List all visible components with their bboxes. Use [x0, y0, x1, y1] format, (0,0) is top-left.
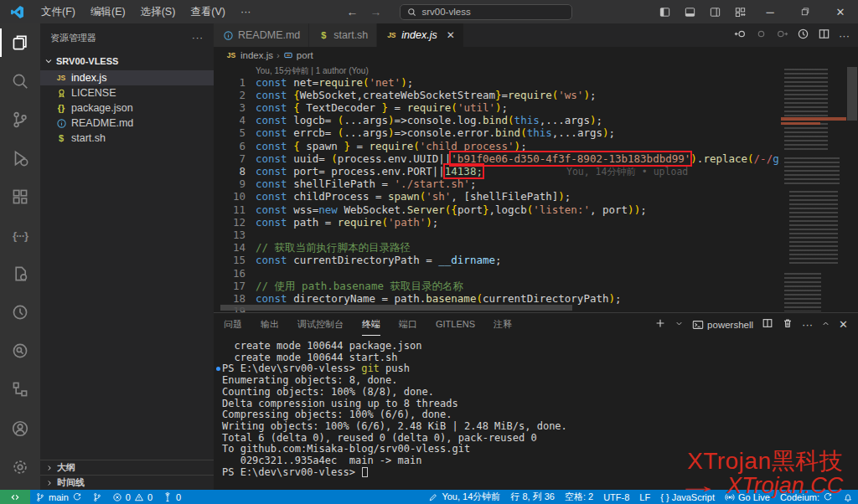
explorer-icon[interactable] [0, 23, 40, 62]
codeium[interactable]: Codeium: [775, 490, 838, 504]
nav-back-icon[interactable]: ← [346, 5, 358, 18]
rest-braces-icon[interactable]: {···} [0, 216, 40, 255]
tab-readme-md[interactable]: README.md [214, 23, 309, 47]
minimap[interactable] [781, 64, 846, 312]
file-label: README.md [71, 117, 133, 129]
settings-gear-icon[interactable] [0, 448, 40, 486]
run-debug-icon[interactable] [0, 139, 40, 177]
code-editor[interactable]: You, 15分钟前 | 1 author (You) 1const net=r… [214, 64, 858, 312]
customize-layout-icon[interactable] [727, 0, 752, 23]
menu-item[interactable]: 编辑(E) [83, 3, 133, 22]
shell-file-icon: $ [318, 30, 329, 40]
terminal-dropdown-icon[interactable] [675, 318, 684, 331]
encoding[interactable]: UTF-8 [598, 490, 634, 504]
breadcrumb-symbol[interactable]: port [297, 50, 313, 60]
prev-change-icon[interactable] [734, 28, 747, 43]
open-change-icon[interactable] [755, 28, 768, 43]
panel-tab-GITLENS[interactable]: GITLENS [436, 313, 475, 336]
file-item-package-json[interactable]: {}package.json [40, 100, 214, 116]
eol[interactable]: LF [634, 490, 655, 504]
shell-file-icon: $ [55, 133, 67, 143]
menu-item[interactable]: 查看(V) [183, 3, 233, 22]
toggle-panel-icon[interactable] [677, 0, 702, 23]
close-button[interactable]: ✕ [823, 0, 858, 23]
restore-button[interactable] [788, 0, 823, 23]
breadcrumb-file[interactable]: index.js [240, 50, 273, 60]
explorer-more-actions-icon[interactable]: ··· [192, 33, 204, 43]
command-center-search[interactable]: srv00-vless [400, 4, 572, 20]
code-line-5: 5const errcb= (...args)=>console.error.b… [214, 126, 858, 139]
blame-item[interactable]: You, 14分钟前 [423, 490, 505, 504]
powershell-icon [692, 319, 704, 331]
next-change-icon[interactable] [776, 28, 788, 43]
menu-item[interactable]: ··· [233, 3, 259, 20]
minimize-button[interactable]: ─ [752, 0, 788, 23]
gitlens-inspect-icon[interactable] [0, 332, 40, 370]
sidebar-title: 资源管理器 [50, 32, 96, 44]
code-line-2: 2const {WebSocket,createWebSocketStream}… [214, 89, 858, 101]
extensions-icon[interactable] [0, 177, 40, 216]
breadcrumb[interactable]: JS index.js › port [214, 47, 858, 64]
panel-tab-注释[interactable]: 注释 [494, 313, 512, 336]
terminal-instance[interactable]: powershell [692, 319, 753, 331]
panel-tab-端口[interactable]: 端口 [399, 313, 417, 336]
menu-item[interactable]: 选择(S) [133, 3, 183, 22]
maximize-panel-icon[interactable] [821, 318, 830, 331]
editor-more-actions-icon[interactable]: ··· [839, 29, 850, 42]
terminal-output[interactable]: create mode 100644 package.json create m… [214, 336, 858, 490]
nav-forward-icon[interactable]: → [370, 5, 381, 18]
status-bar: main000 You, 14分钟前行 8, 列 36空格: 2UTF-8LF{… [0, 490, 858, 504]
folder-section-header[interactable]: SRV00-VLESS [40, 52, 214, 70]
toggle-sidebar-icon[interactable] [652, 0, 677, 23]
file-item-index-js[interactable]: JSindex.js [40, 70, 214, 85]
panel-more-actions-icon[interactable]: ··· [802, 318, 813, 331]
toggle-secondary-sidebar-icon[interactable] [702, 0, 727, 23]
source-control-icon[interactable] [0, 100, 40, 139]
hierarchy-icon[interactable] [0, 370, 40, 409]
code-line-15: 15const currentDirectoryPath = __dirname… [214, 254, 858, 266]
kill-terminal-icon[interactable] [782, 317, 793, 332]
gitlens-icon[interactable] [0, 293, 40, 332]
close-tab-icon[interactable]: ✕ [447, 29, 455, 41]
new-terminal-icon[interactable] [654, 317, 666, 332]
file-item-license[interactable]: LICENSE [40, 85, 214, 100]
bell-icon [843, 492, 853, 502]
problems-item[interactable]: 00 [107, 490, 158, 504]
chevron-right-icon [45, 479, 54, 487]
branch-item[interactable]: main [30, 490, 87, 504]
file-item-readme-md[interactable]: README.md [40, 116, 214, 131]
gitlens-timeline-icon[interactable] [797, 28, 809, 43]
notifications-bell[interactable] [838, 490, 858, 504]
tab-start-sh[interactable]: $start.sh [309, 23, 377, 47]
split-terminal-icon[interactable] [762, 317, 773, 332]
remote-indicator[interactable] [0, 490, 30, 504]
folder-name: SRV00-VLESS [56, 56, 118, 66]
language-mode[interactable]: { } JavaScript [655, 490, 720, 504]
panel-tab-问题[interactable]: 问题 [224, 313, 242, 336]
terminal-line: PS E:\dev\srv00-vless> git push [222, 363, 858, 375]
go-live[interactable]: Go Live [720, 490, 775, 504]
vertical-scrollbar[interactable] [846, 64, 858, 312]
codelens-authors[interactable]: You, 15分钟前 | 1 author (You) [256, 65, 858, 76]
sidebar-section-时间线[interactable]: 时间线 [40, 475, 214, 490]
line-number: 4 [214, 114, 246, 126]
horizontal-scrollbar[interactable] [220, 305, 572, 311]
sidebar-section-大纲[interactable]: 大纲 [40, 460, 214, 475]
search-icon[interactable] [0, 62, 40, 100]
terminal-line: 029c321..935a4ec main -> main [222, 455, 858, 467]
menu-item[interactable]: 文件(F) [34, 3, 83, 22]
panel-tab-输出[interactable]: 输出 [261, 313, 279, 336]
gitlens-item[interactable] [87, 490, 107, 504]
file-settings-icon[interactable] [0, 255, 40, 293]
split-editor-icon[interactable] [818, 28, 830, 43]
close-panel-icon[interactable]: ✕ [839, 318, 848, 331]
terminal-line: PS E:\dev\srv00-vless> [222, 467, 858, 479]
ports-item[interactable]: 0 [158, 490, 186, 504]
indentation[interactable]: 空格: 2 [560, 490, 598, 504]
account-icon[interactable] [0, 409, 40, 448]
tab-index-js[interactable]: JSindex.js✕ [377, 23, 463, 47]
panel-tab-调试控制台[interactable]: 调试控制台 [297, 313, 344, 336]
panel-tab-终端[interactable]: 终端 [362, 313, 380, 336]
file-item-start-sh[interactable]: $start.sh [40, 131, 214, 146]
cursor-position[interactable]: 行 8, 列 36 [505, 490, 560, 504]
